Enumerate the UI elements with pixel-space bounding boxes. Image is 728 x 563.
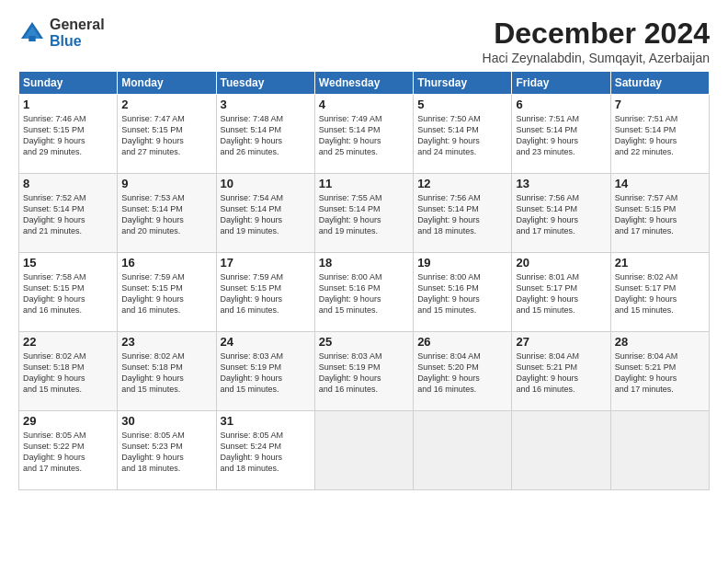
calendar-cell: 8Sunrise: 7:52 AM Sunset: 5:14 PM Daylig…: [19, 174, 118, 253]
day-number: 17: [221, 256, 311, 270]
day-info: Sunrise: 8:04 AM Sunset: 5:21 PM Dayligh…: [615, 350, 705, 396]
day-number: 9: [121, 177, 211, 190]
calendar-cell: 7Sunrise: 7:51 AM Sunset: 5:14 PM Daylig…: [610, 95, 709, 174]
calendar-cell: 21Sunrise: 8:02 AM Sunset: 5:17 PM Dayli…: [610, 253, 709, 332]
day-info: Sunrise: 7:46 AM Sunset: 5:15 PM Dayligh…: [23, 113, 113, 158]
day-number: 12: [417, 177, 507, 190]
day-number: 10: [221, 177, 311, 190]
day-info: Sunrise: 8:05 AM Sunset: 5:24 PM Dayligh…: [221, 430, 311, 475]
day-info: Sunrise: 7:59 AM Sunset: 5:15 PM Dayligh…: [221, 271, 311, 316]
calendar-cell: 27Sunrise: 8:04 AM Sunset: 5:21 PM Dayli…: [512, 332, 610, 411]
day-number: 31: [221, 414, 311, 428]
calendar-cell: 22Sunrise: 8:02 AM Sunset: 5:18 PM Dayli…: [19, 332, 118, 411]
day-info: Sunrise: 8:02 AM Sunset: 5:17 PM Dayligh…: [615, 271, 705, 316]
day-number: 7: [615, 98, 705, 111]
day-info: Sunrise: 7:56 AM Sunset: 5:14 PM Dayligh…: [516, 192, 606, 237]
weekday-header-friday: Friday: [512, 72, 610, 95]
weekday-header-thursday: Thursday: [414, 72, 512, 95]
day-number: 28: [615, 335, 705, 349]
week-row-3: 15Sunrise: 7:58 AM Sunset: 5:15 PM Dayli…: [19, 253, 710, 332]
month-title: December 2024: [483, 17, 710, 51]
weekday-header-row: SundayMondayTuesdayWednesdayThursdayFrid…: [19, 72, 710, 95]
calendar-cell: 6Sunrise: 7:51 AM Sunset: 5:14 PM Daylig…: [512, 95, 610, 174]
day-info: Sunrise: 7:50 AM Sunset: 5:14 PM Dayligh…: [417, 113, 507, 158]
calendar-cell: 13Sunrise: 7:56 AM Sunset: 5:14 PM Dayli…: [512, 174, 610, 253]
logo-general: General: [50, 17, 105, 33]
weekday-header-sunday: Sunday: [19, 72, 118, 95]
day-number: 25: [319, 335, 409, 349]
calendar-cell: 19Sunrise: 8:00 AM Sunset: 5:16 PM Dayli…: [414, 253, 512, 332]
day-number: 16: [121, 256, 211, 270]
day-number: 21: [615, 256, 705, 270]
calendar-cell: 30Sunrise: 8:05 AM Sunset: 5:23 PM Dayli…: [118, 411, 216, 490]
day-info: Sunrise: 8:05 AM Sunset: 5:22 PM Dayligh…: [23, 430, 113, 475]
calendar-cell: 23Sunrise: 8:02 AM Sunset: 5:18 PM Dayli…: [118, 332, 216, 411]
logo-text: General Blue: [50, 17, 105, 49]
day-info: Sunrise: 7:55 AM Sunset: 5:14 PM Dayligh…: [319, 192, 409, 237]
weekday-header-saturday: Saturday: [610, 72, 709, 95]
calendar-cell: [610, 411, 709, 490]
calendar-cell: 1Sunrise: 7:46 AM Sunset: 5:15 PM Daylig…: [19, 95, 118, 174]
day-number: 24: [221, 335, 311, 349]
day-info: Sunrise: 8:02 AM Sunset: 5:18 PM Dayligh…: [23, 350, 113, 396]
day-info: Sunrise: 8:03 AM Sunset: 5:19 PM Dayligh…: [221, 350, 311, 396]
day-number: 18: [319, 256, 409, 270]
header: General Blue December 2024 Haci Zeynalab…: [18, 17, 710, 65]
day-info: Sunrise: 7:53 AM Sunset: 5:14 PM Dayligh…: [121, 192, 211, 237]
logo-blue: Blue: [50, 33, 105, 50]
calendar-cell: 10Sunrise: 7:54 AM Sunset: 5:14 PM Dayli…: [216, 174, 314, 253]
day-info: Sunrise: 7:57 AM Sunset: 5:15 PM Dayligh…: [615, 192, 705, 237]
calendar-cell: 14Sunrise: 7:57 AM Sunset: 5:15 PM Dayli…: [610, 174, 709, 253]
day-number: 27: [516, 335, 606, 349]
page-container: General Blue December 2024 Haci Zeynalab…: [0, 0, 728, 500]
day-info: Sunrise: 7:59 AM Sunset: 5:15 PM Dayligh…: [121, 271, 211, 316]
calendar-cell: 9Sunrise: 7:53 AM Sunset: 5:14 PM Daylig…: [118, 174, 216, 253]
weekday-header-monday: Monday: [118, 72, 216, 95]
calendar-cell: 3Sunrise: 7:48 AM Sunset: 5:14 PM Daylig…: [216, 95, 314, 174]
day-number: 19: [417, 256, 507, 270]
day-info: Sunrise: 7:58 AM Sunset: 5:15 PM Dayligh…: [23, 271, 113, 316]
day-number: 1: [23, 98, 113, 111]
day-number: 2: [121, 98, 211, 111]
calendar-cell: 31Sunrise: 8:05 AM Sunset: 5:24 PM Dayli…: [216, 411, 314, 490]
calendar-cell: 5Sunrise: 7:50 AM Sunset: 5:14 PM Daylig…: [414, 95, 512, 174]
calendar-cell: 25Sunrise: 8:03 AM Sunset: 5:19 PM Dayli…: [314, 332, 413, 411]
title-block: December 2024 Haci Zeynalabdin, Sumqayit…: [483, 17, 710, 65]
calendar-cell: 26Sunrise: 8:04 AM Sunset: 5:20 PM Dayli…: [414, 332, 512, 411]
calendar-cell: 12Sunrise: 7:56 AM Sunset: 5:14 PM Dayli…: [414, 174, 512, 253]
calendar-cell: 20Sunrise: 8:01 AM Sunset: 5:17 PM Dayli…: [512, 253, 610, 332]
week-row-5: 29Sunrise: 8:05 AM Sunset: 5:22 PM Dayli…: [19, 411, 710, 490]
day-number: 23: [121, 335, 211, 349]
day-number: 13: [516, 177, 606, 190]
calendar-cell: [414, 411, 512, 490]
day-number: 20: [516, 256, 606, 270]
calendar-cell: 18Sunrise: 8:00 AM Sunset: 5:16 PM Dayli…: [314, 253, 413, 332]
day-number: 6: [516, 98, 606, 111]
day-info: Sunrise: 7:54 AM Sunset: 5:14 PM Dayligh…: [221, 192, 311, 237]
day-number: 3: [221, 98, 311, 111]
day-info: Sunrise: 8:05 AM Sunset: 5:23 PM Dayligh…: [121, 430, 211, 475]
logo: General Blue: [18, 17, 105, 49]
calendar-cell: [314, 411, 413, 490]
day-number: 4: [319, 98, 409, 111]
location: Haci Zeynalabdin, Sumqayit, Azerbaijan: [483, 51, 710, 65]
day-number: 11: [319, 177, 409, 190]
calendar-cell: 24Sunrise: 8:03 AM Sunset: 5:19 PM Dayli…: [216, 332, 314, 411]
calendar-cell: [512, 411, 610, 490]
calendar-cell: 16Sunrise: 7:59 AM Sunset: 5:15 PM Dayli…: [118, 253, 216, 332]
day-info: Sunrise: 8:02 AM Sunset: 5:18 PM Dayligh…: [121, 350, 211, 396]
day-info: Sunrise: 8:00 AM Sunset: 5:16 PM Dayligh…: [417, 271, 507, 316]
logo-icon: [18, 19, 46, 47]
day-number: 29: [23, 414, 113, 428]
calendar-cell: 28Sunrise: 8:04 AM Sunset: 5:21 PM Dayli…: [610, 332, 709, 411]
day-info: Sunrise: 7:48 AM Sunset: 5:14 PM Dayligh…: [221, 113, 311, 158]
calendar-cell: 29Sunrise: 8:05 AM Sunset: 5:22 PM Dayli…: [19, 411, 118, 490]
week-row-4: 22Sunrise: 8:02 AM Sunset: 5:18 PM Dayli…: [19, 332, 710, 411]
weekday-header-tuesday: Tuesday: [216, 72, 314, 95]
day-info: Sunrise: 7:51 AM Sunset: 5:14 PM Dayligh…: [615, 113, 705, 158]
day-info: Sunrise: 8:04 AM Sunset: 5:21 PM Dayligh…: [516, 350, 606, 396]
day-number: 14: [615, 177, 705, 190]
day-info: Sunrise: 8:03 AM Sunset: 5:19 PM Dayligh…: [319, 350, 409, 396]
calendar-cell: 15Sunrise: 7:58 AM Sunset: 5:15 PM Dayli…: [19, 253, 118, 332]
week-row-1: 1Sunrise: 7:46 AM Sunset: 5:15 PM Daylig…: [19, 95, 710, 174]
